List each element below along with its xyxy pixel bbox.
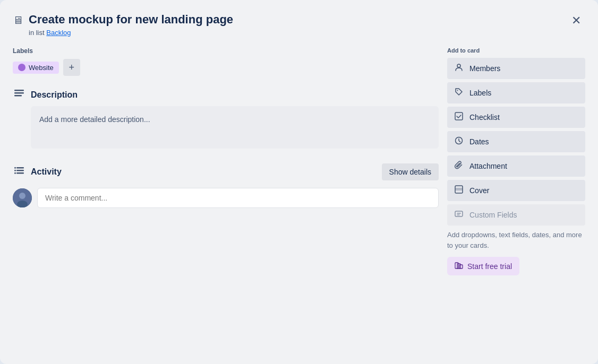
dates-button[interactable]: Dates (447, 131, 585, 152)
start-trial-label: Start free trial (467, 262, 512, 271)
svg-rect-4 (16, 170, 24, 171)
sidebar: Add to card Members (447, 47, 585, 351)
website-label-dot (18, 64, 25, 71)
description-icon (13, 89, 25, 101)
svg-point-6 (14, 167, 16, 168)
svg-point-12 (457, 64, 460, 67)
labels-label: Labels (469, 89, 491, 97)
modal-subtitle: in list Backlog (29, 29, 567, 37)
checklist-label: Checklist (469, 113, 500, 122)
start-trial-button[interactable]: Start free trial (447, 257, 519, 275)
svg-rect-20 (459, 265, 463, 268)
members-icon (454, 63, 464, 74)
close-button[interactable]: ✕ (567, 13, 585, 29)
svg-rect-3 (16, 167, 24, 169)
modal-title-area: 🖥 Create mockup for new landing page in … (13, 13, 567, 37)
subtitle-prefix: in list (29, 29, 45, 37)
labels-row: Website + (13, 59, 439, 76)
attachment-label: Attachment (469, 162, 507, 170)
custom-fields-label: Custom Fields (469, 211, 517, 219)
labels-icon (454, 88, 464, 98)
svg-rect-2 (14, 95, 22, 97)
monitor-icon: 🖥 (13, 14, 23, 27)
svg-rect-18 (455, 211, 463, 216)
svg-point-7 (14, 169, 16, 171)
website-label-text: Website (29, 64, 54, 72)
description-title: Description (31, 90, 78, 100)
attachment-icon (454, 161, 464, 171)
checklist-icon (454, 112, 464, 123)
cover-icon (454, 185, 464, 196)
activity-title-row: Activity (13, 166, 62, 178)
members-label: Members (469, 64, 500, 73)
modal-body: Labels Website + Description (13, 47, 585, 351)
svg-rect-1 (14, 92, 24, 94)
add-to-card-heading: Add to card (447, 47, 585, 54)
description-box[interactable]: Add a more detailed description... (31, 106, 439, 149)
cover-label: Cover (469, 186, 489, 195)
svg-point-13 (457, 90, 458, 91)
svg-rect-14 (455, 112, 463, 120)
labels-button[interactable]: Labels (447, 82, 585, 103)
custom-fields-description: Add dropdowns, text fields, dates, and m… (447, 230, 585, 250)
comment-input[interactable] (37, 188, 439, 208)
members-button[interactable]: Members (447, 58, 585, 79)
trial-icon (455, 261, 463, 271)
modal-title: Create mockup for new landing page (29, 13, 233, 27)
checklist-button[interactable]: Checklist (447, 107, 585, 128)
activity-header: Activity Show details (13, 163, 439, 180)
svg-point-8 (14, 172, 16, 174)
website-label-chip[interactable]: Website (13, 62, 59, 74)
show-details-button[interactable]: Show details (382, 163, 439, 180)
svg-rect-17 (455, 188, 463, 190)
custom-fields-button[interactable]: Custom Fields (447, 204, 585, 226)
modal-header: 🖥 Create mockup for new landing page in … (13, 13, 585, 37)
modal-title-row: 🖥 Create mockup for new landing page (13, 13, 567, 27)
svg-rect-5 (16, 172, 24, 174)
dates-icon (454, 136, 464, 147)
svg-rect-0 (14, 90, 24, 91)
backlog-link[interactable]: Backlog (46, 29, 71, 37)
custom-fields-icon (454, 210, 464, 220)
activity-title: Activity (31, 167, 62, 177)
cover-button[interactable]: Cover (447, 180, 585, 201)
svg-point-10 (19, 193, 25, 199)
description-header: Description (13, 89, 439, 101)
activity-icon (13, 166, 25, 178)
user-avatar (13, 188, 32, 207)
dates-label: Dates (469, 137, 489, 146)
description-placeholder: Add a more detailed description... (39, 115, 150, 124)
modal-container: 🖥 Create mockup for new landing page in … (0, 0, 598, 364)
comment-row (13, 188, 439, 208)
labels-heading: Labels (13, 47, 439, 55)
add-label-button[interactable]: + (63, 59, 80, 76)
attachment-button[interactable]: Attachment (447, 155, 585, 177)
main-content: Labels Website + Description (13, 47, 439, 351)
